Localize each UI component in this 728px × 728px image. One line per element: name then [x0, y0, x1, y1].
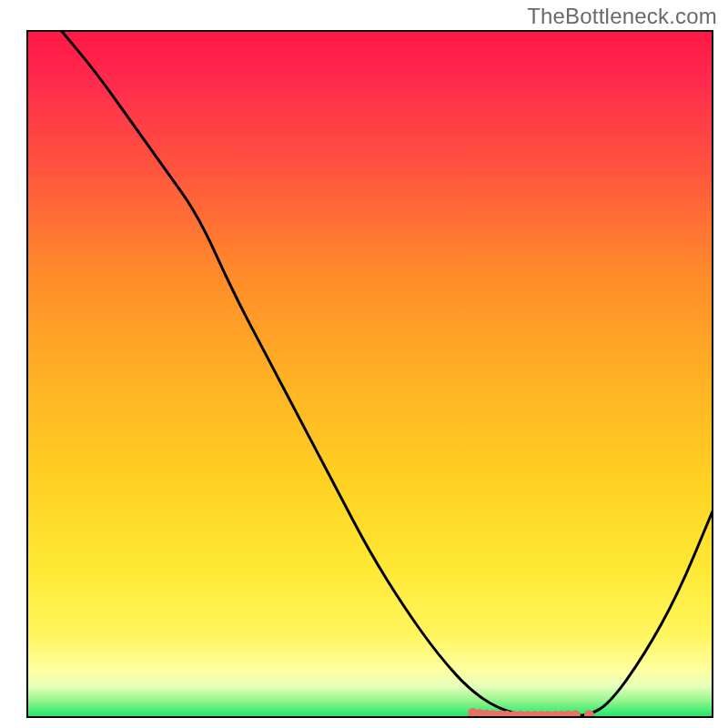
floor-dot: [571, 710, 581, 720]
watermark-text: TheBottleneck.com: [527, 4, 717, 29]
plot-background: [27, 31, 713, 717]
chart-stage: TheBottleneck.com: [0, 0, 728, 728]
floor-dot: [584, 710, 594, 720]
bottleneck-chart: [0, 0, 728, 728]
